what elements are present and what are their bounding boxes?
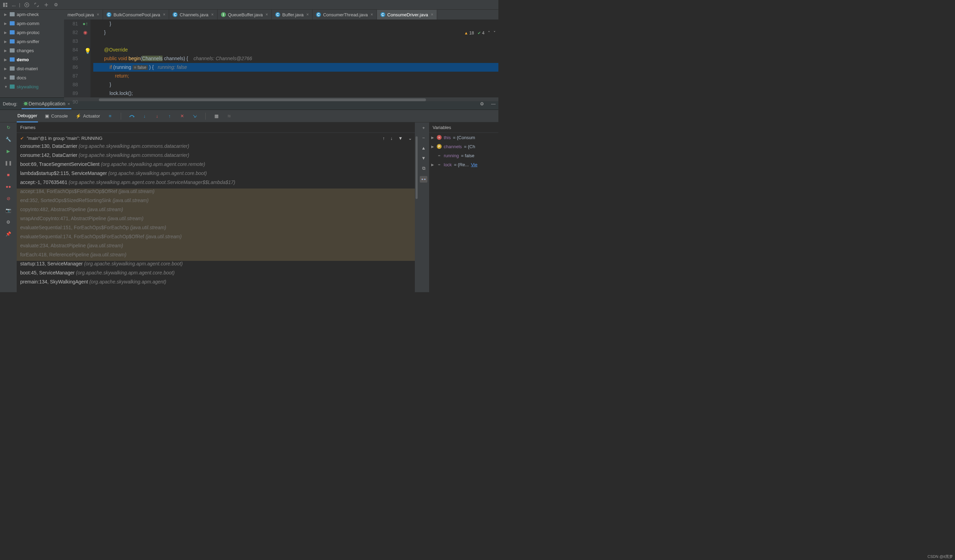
variable-row[interactable]: ▶≡this = {Consum (429, 133, 498, 142)
close-icon[interactable]: × (163, 12, 165, 17)
stack-frame[interactable]: lambda$startup$2:115, ServiceManager (or… (17, 170, 418, 179)
remove-icon[interactable]: − (422, 135, 425, 140)
resume-icon[interactable]: ▶ (5, 148, 12, 154)
breakpoint-icon[interactable]: ◉ (83, 30, 88, 35)
editor-tab[interactable]: CBulkConsumePool.java× (103, 10, 169, 19)
variable-row[interactable]: ▶Pchannels = {Ch (429, 142, 498, 151)
editor-tab-active[interactable]: CConsumeDriver.java× (377, 10, 437, 19)
project-structure-icon[interactable] (2, 2, 8, 8)
stack-frame[interactable]: startup:113, ServiceManager (org.apache.… (17, 261, 418, 270)
debug-body: ↻ 🔧 ▶ ❚❚ ■ ●● ⊘ 📷 ⚙ 📌 Frames ✔ "main"@1 … (0, 122, 498, 292)
run-to-cursor-icon[interactable]: ↘I (191, 113, 198, 119)
variables-list[interactable]: ▶≡this = {Consum▶Pchannels = {Ch∞running… (429, 133, 498, 169)
rerun-icon[interactable]: ↻ (5, 124, 12, 131)
override-icon[interactable]: ●↑ (83, 21, 88, 27)
stack-frame[interactable]: end:352, SortedOps$SizedRefSortingSink (… (17, 198, 418, 207)
actuator-tab[interactable]: ⚡Actuator (75, 110, 100, 122)
gear-icon[interactable]: ⚙ (480, 101, 484, 106)
h-scrollbar[interactable] (64, 97, 498, 101)
stack-frame[interactable]: wrapAndCopyInto:471, AbstractPipeline (j… (17, 216, 418, 225)
stack-frame[interactable]: boot:69, TraceSegmentServiceClient (org.… (17, 161, 418, 170)
filter-icon[interactable]: ▼ (398, 136, 403, 141)
pin-icon[interactable]: 📌 (5, 230, 12, 237)
editor-tab[interactable]: merPool.java× (64, 10, 103, 19)
editor-tab[interactable]: CBuffer.java× (272, 10, 313, 19)
tree-item[interactable]: ▶apm-sniffer (0, 37, 64, 46)
stop-icon[interactable]: ■ (5, 171, 12, 178)
intention-bulb-icon[interactable]: 💡 (84, 47, 91, 55)
tree-item-demo[interactable]: ▶demo (0, 55, 64, 64)
tree-item[interactable]: ▶docs (0, 73, 64, 82)
editor-tab[interactable]: IQueueBuffer.java× (218, 10, 272, 19)
drop-frame-icon[interactable]: ✕ (179, 113, 185, 119)
down-icon[interactable]: ▼ (421, 156, 426, 161)
debug-label: Debug: (3, 101, 17, 106)
stack-frame[interactable]: accept:184, ForEachOps$ForEachOp$OfRef (… (17, 189, 418, 198)
mute-breakpoints-icon[interactable]: ⊘ (5, 195, 12, 202)
stack-frame[interactable]: evaluateSequential:151, ForEachOps$ForEa… (17, 225, 418, 234)
interface-icon: I (221, 12, 226, 17)
stack-frame[interactable]: evaluate:234, AbstractPipeline (java.uti… (17, 243, 418, 252)
prev-frame-icon[interactable]: ↑ (382, 136, 385, 141)
console-tab[interactable]: ▣Console (44, 110, 69, 122)
variable-row[interactable]: ∞running = false (429, 151, 498, 160)
close-icon[interactable]: × (211, 12, 214, 17)
stack-frame[interactable]: premain:134, SkyWalkingAgent (org.apache… (17, 279, 418, 288)
tree-item[interactable]: ▶apm-check (0, 10, 64, 19)
pause-icon[interactable]: ❚❚ (5, 159, 12, 166)
camera-icon[interactable]: 📷 (5, 207, 12, 214)
breakpoints-icon[interactable]: ●● (5, 183, 12, 190)
expand-icon[interactable] (33, 2, 40, 8)
frames-list[interactable]: consume:130, DataCarrier (org.apache.sky… (17, 143, 418, 288)
step-over-icon[interactable] (129, 113, 135, 119)
project-dropdown[interactable]: ... (12, 2, 16, 7)
tree-item[interactable]: ▶apm-comm (0, 19, 64, 28)
stack-frame[interactable]: boot:45, ServiceManager (org.apache.skyw… (17, 270, 418, 279)
settings-icon[interactable]: ⚙ (5, 218, 12, 225)
project-tree[interactable]: ▶apm-check ▶apm-comm ▶apm-protoc ▶apm-sn… (0, 10, 64, 97)
threads-icon[interactable]: ≡ (107, 113, 113, 119)
thread-selector[interactable]: ✔ "main"@1 in group "main": RUNNING ↑ ↓ … (17, 133, 418, 143)
tree-item[interactable]: ▼skywalking (0, 82, 64, 91)
chevron-down-icon[interactable]: ⌄ (408, 136, 412, 141)
inspections-widget[interactable]: ▲ 18 ✔ 4 ˄ ˅ (464, 31, 496, 36)
minimize-icon[interactable]: — (491, 101, 496, 106)
code-area[interactable]: 81828384858687888990 ●↑ ◉ 💡 } } @Overrid… (64, 19, 498, 97)
stack-frame[interactable]: consume:142, DataCarrier (org.apache.sky… (17, 152, 418, 161)
debugger-tab[interactable]: Debugger (17, 110, 38, 122)
close-icon[interactable]: × (371, 12, 373, 17)
tree-item[interactable]: ▶changes (0, 46, 64, 55)
stack-frame[interactable]: forEach:418, ReferencePipeline (java.uti… (17, 252, 418, 261)
close-icon[interactable]: × (97, 12, 99, 17)
modify-icon[interactable]: 🔧 (5, 136, 12, 143)
editor-tab[interactable]: CChannels.java× (169, 10, 217, 19)
editor-tab[interactable]: CConsumerThread.java× (313, 10, 377, 19)
close-icon[interactable]: × (306, 12, 309, 17)
stack-frame[interactable]: copyInto:482, AbstractPipeline (java.uti… (17, 207, 418, 216)
tree-item[interactable]: ▶apm-protoc (0, 28, 64, 37)
evaluate-icon[interactable]: ▦ (213, 113, 219, 119)
trace-icon[interactable]: ≋ (226, 113, 232, 119)
code-body[interactable]: 💡 } } @Override public void begin(Channe… (91, 19, 498, 97)
variable-row[interactable]: ▶∞lock = {Re... Vie (429, 160, 498, 169)
step-out-icon[interactable]: ↑ (166, 113, 173, 119)
close-icon[interactable]: × (431, 12, 433, 17)
tree-item[interactable]: ▶dist-materi (0, 64, 64, 73)
stack-frame[interactable]: consume:130, DataCarrier (org.apache.sky… (17, 143, 418, 152)
target-icon[interactable] (23, 2, 30, 8)
copy-icon[interactable]: ⧉ (422, 165, 425, 171)
up-icon[interactable]: ▲ (421, 145, 426, 151)
next-frame-icon[interactable]: ↓ (390, 136, 393, 141)
v-scrollbar[interactable] (415, 122, 418, 292)
stack-frame[interactable]: accept:-1, 707635461 (org.apache.skywalk… (17, 179, 418, 189)
close-icon[interactable]: × (266, 12, 268, 17)
force-step-into-icon[interactable]: ↓ (154, 113, 160, 119)
add-icon[interactable]: + (422, 125, 425, 130)
chevron-up-icon[interactable]: ˄ (488, 31, 490, 36)
stack-frame[interactable]: evaluateSequential:174, ForEachOps$ForEa… (17, 234, 418, 243)
step-into-icon[interactable]: ↓ (141, 113, 147, 119)
chevron-down-icon[interactable]: ˅ (493, 31, 496, 36)
settings-icon[interactable]: ⚙ (53, 2, 59, 8)
glasses-icon[interactable]: 👓 (420, 176, 427, 183)
collapse-icon[interactable] (43, 2, 49, 8)
